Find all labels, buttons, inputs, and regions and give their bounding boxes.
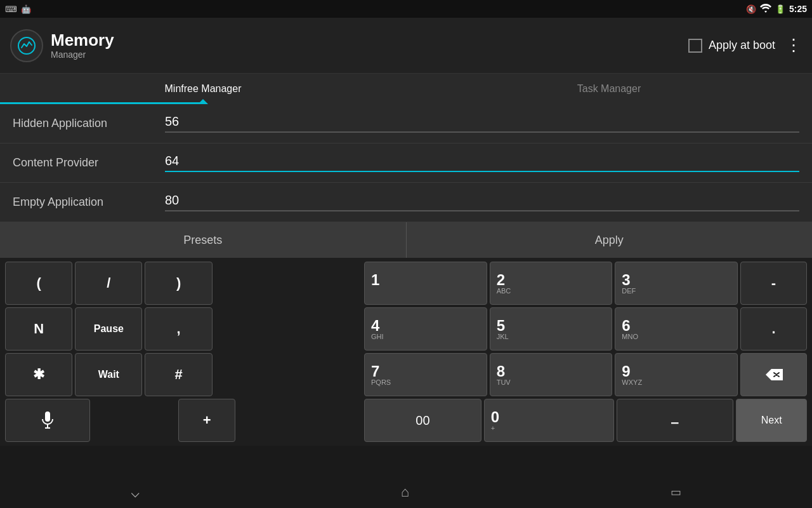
empty-app-value: 80 <box>165 193 799 210</box>
tab-bar: Minfree Manager Task Manager <box>0 74 812 104</box>
key-asterisk[interactable]: ✱ <box>5 353 72 396</box>
hidden-app-value: 56 <box>165 114 799 131</box>
key-n[interactable]: N <box>5 307 72 351</box>
key-hash[interactable]: # <box>145 353 212 396</box>
apply-at-boot-label: Apply at boot <box>709 39 775 52</box>
hidden-app-input[interactable]: 56 <box>165 114 799 133</box>
tab-task-label: Task Manager <box>577 83 641 95</box>
key-space[interactable]: ⎽ <box>617 399 734 442</box>
content-provider-label: Content Provider <box>13 156 165 170</box>
key-open-paren[interactable]: ( <box>5 262 72 305</box>
kb-row-4: + <box>5 399 360 442</box>
action-buttons: Presets Apply <box>0 222 812 258</box>
key-6[interactable]: 6 MNO <box>615 307 738 351</box>
empty-app-input[interactable]: 80 <box>165 193 799 211</box>
status-right-icons: 🔇 🔋 5:25 <box>746 4 807 15</box>
battery-icon: 🔋 <box>775 4 785 14</box>
presets-button[interactable]: Presets <box>0 222 407 258</box>
key-plus[interactable]: + <box>178 399 235 442</box>
overflow-menu-icon[interactable]: ⋮ <box>785 36 802 55</box>
numpad-row-2: 4 GHI 5 JKL 6 MNO . <box>364 307 807 351</box>
tab-active-indicator <box>0 102 203 104</box>
apply-at-boot-checkbox[interactable] <box>688 39 702 53</box>
android-status-icon: 🤖 <box>21 4 31 14</box>
numpad-row-3: 7 PQRS 8 TUV 9 WXYZ <box>364 353 807 396</box>
key-pause[interactable]: Pause <box>75 307 142 351</box>
app-title: Memory <box>51 31 114 50</box>
app-subtitle: Manager <box>51 50 114 60</box>
app-bar-right: Apply at boot ⋮ <box>688 36 802 55</box>
keyboard-layout: ( / ) N Pause , ✱ Wait # <box>5 262 807 442</box>
key-4[interactable]: 4 GHI <box>364 307 487 351</box>
key-close-paren[interactable]: ) <box>145 262 212 305</box>
status-bar: ⌨ 🤖 🔇 🔋 5:25 <box>0 0 812 18</box>
key-minus[interactable]: - <box>740 262 807 305</box>
wifi-icon <box>760 4 771 15</box>
empty-app-label: Empty Application <box>13 196 165 209</box>
hidden-app-label: Hidden Application <box>13 117 165 130</box>
key-0[interactable]: 0 + <box>484 399 614 442</box>
key-backspace[interactable] <box>740 353 807 396</box>
key-9[interactable]: 9 WXYZ <box>615 353 738 396</box>
tab-minfree[interactable]: Minfree Manager <box>0 74 406 104</box>
status-left-icons: ⌨ 🤖 <box>5 4 31 14</box>
key-mic[interactable] <box>5 399 90 442</box>
bottom-nav: ⌵ ⌂ ▭ <box>0 476 812 508</box>
key-2[interactable]: 2 ABC <box>490 262 613 305</box>
home-button[interactable]: ⌂ <box>401 484 409 500</box>
empty-app-underline <box>165 210 799 211</box>
keyboard-left: ( / ) N Pause , ✱ Wait # <box>5 262 360 442</box>
key-5[interactable]: 5 JKL <box>490 307 613 351</box>
numpad-row-1: 1 2 ABC 3 DEF - <box>364 262 807 305</box>
content-provider-value: 64 <box>165 154 799 171</box>
kb-row-1: ( / ) <box>5 262 360 305</box>
key-comma[interactable]: , <box>145 307 212 351</box>
next-button[interactable]: Next <box>736 399 807 442</box>
main-content: Hidden Application 56 Content Provider 6… <box>0 104 812 446</box>
recents-button[interactable]: ▭ <box>671 485 681 499</box>
numpad-row-4: 00 0 + ⎽ Next <box>364 399 807 442</box>
hidden-app-underline <box>165 131 799 133</box>
key-period[interactable]: . <box>740 307 807 351</box>
form-row-content-provider: Content Provider 64 <box>0 144 812 183</box>
content-provider-underline <box>165 171 799 172</box>
content-provider-input[interactable]: 64 <box>165 154 799 172</box>
key-slash[interactable]: / <box>75 262 142 305</box>
keyboard-right: 1 2 ABC 3 DEF - 4 <box>364 262 807 442</box>
back-button[interactable]: ⌵ <box>131 483 140 501</box>
form-row-empty-app: Empty Application 80 <box>0 183 812 222</box>
apply-button[interactable]: Apply <box>407 222 813 258</box>
kb-row-2: N Pause , <box>5 307 360 351</box>
key-double-zero[interactable]: 00 <box>364 399 481 442</box>
app-bar: Memory Manager Apply at boot ⋮ <box>0 18 812 74</box>
apply-at-boot-container[interactable]: Apply at boot <box>688 39 775 53</box>
key-7[interactable]: 7 PQRS <box>364 353 487 396</box>
key-1[interactable]: 1 <box>364 262 487 305</box>
key-wait[interactable]: Wait <box>75 353 142 396</box>
key-8[interactable]: 8 TUV <box>490 353 613 396</box>
app-logo <box>10 29 43 62</box>
mute-icon: 🔇 <box>746 4 756 14</box>
keyboard: ( / ) N Pause , ✱ Wait # <box>0 258 812 446</box>
status-time: 5:25 <box>789 4 807 14</box>
form-row-hidden-app: Hidden Application 56 <box>0 104 812 144</box>
key-3[interactable]: 3 DEF <box>615 262 738 305</box>
kb-row-3: ✱ Wait # <box>5 353 360 396</box>
app-title-block: Memory Manager <box>51 31 114 60</box>
keyboard-status-icon: ⌨ <box>5 4 17 14</box>
svg-rect-1 <box>45 411 50 422</box>
tab-task[interactable]: Task Manager <box>406 74 812 104</box>
tab-minfree-label: Minfree Manager <box>165 83 242 95</box>
